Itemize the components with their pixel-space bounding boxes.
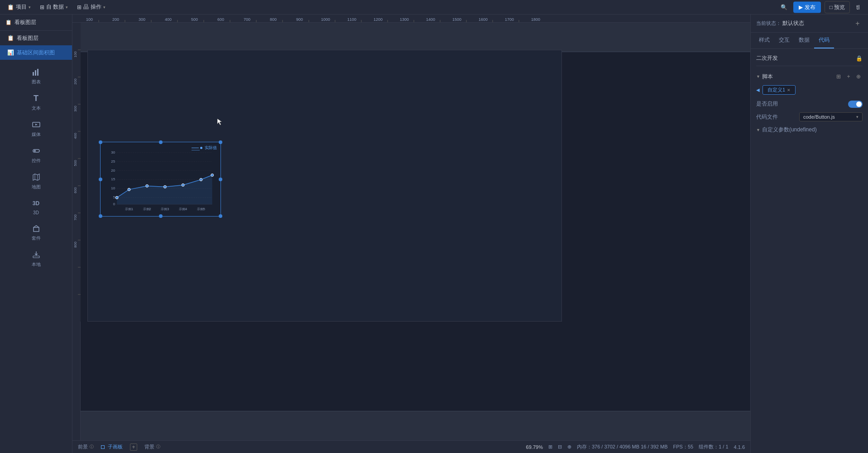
script-section-actions: ⊞ + ⊕ — [834, 72, 863, 81]
foreground-info-icon: ⓘ — [90, 444, 94, 450]
tI-button[interactable]: tI — [854, 3, 863, 12]
svg-text:200: 200 — [112, 17, 119, 22]
svg-point-86 — [146, 184, 149, 187]
preview-icon: □ — [830, 4, 833, 10]
preview-button[interactable]: □ 预览 — [825, 1, 850, 13]
menu-arrow-ops: ▾ — [103, 5, 106, 10]
tab-data[interactable]: 数据 — [794, 33, 814, 48]
menu-item-data[interactable]: ⊞ 自 数据 ▾ — [36, 1, 72, 13]
svg-text:0: 0 — [113, 202, 115, 206]
tool-local[interactable]: 本地 — [0, 246, 72, 271]
svg-rect-1 — [35, 70, 36, 76]
svg-text:1800: 1800 — [531, 17, 540, 22]
memory-info: 内存：376 / 3702 / 4096 MB 16 / 392 MB — [577, 443, 668, 450]
canvas-footer-bg — [72, 411, 750, 440]
tool-3d[interactable]: 3D 3D — [0, 195, 72, 219]
custom-settings-row[interactable]: ▼ 自定义参数(undefined) — [756, 126, 863, 134]
script-more-btn[interactable]: ⊕ — [854, 72, 863, 81]
code-file-select[interactable]: code/Button.js ▾ — [799, 112, 863, 121]
menu-arrow-data: ▾ — [66, 5, 68, 10]
child-canvas-label: 子画板 — [108, 443, 123, 450]
svg-point-90 — [211, 174, 214, 177]
package-tool-icon — [31, 223, 41, 233]
tool-media[interactable]: 媒体 — [0, 116, 72, 141]
enabled-toggle[interactable] — [848, 101, 863, 108]
script-section-header: ▼ 脚本 ⊞ + ⊕ — [756, 72, 863, 81]
svg-point-89 — [200, 178, 202, 181]
svg-text:500: 500 — [73, 160, 77, 166]
svg-text:100: 100 — [86, 17, 93, 22]
svg-text:400: 400 — [165, 17, 172, 22]
tool-chart[interactable]: 图表 — [0, 63, 72, 89]
svg-text:300: 300 — [73, 106, 77, 112]
svg-text:示例1: 示例1 — [125, 207, 133, 211]
fps-info: FPS：55 — [673, 443, 693, 450]
panel-header-label: 看板图层 — [14, 19, 36, 26]
svg-text:1300: 1300 — [400, 17, 409, 22]
right-panel-header: 当前状态： 默认状态 + — [751, 14, 868, 33]
script-section: ▼ 脚本 ⊞ + ⊕ ◀ 自定义1 ✕ — [756, 72, 863, 95]
state-info: 当前状态： 默认状态 — [756, 19, 804, 27]
svg-text:800: 800 — [73, 241, 77, 248]
script-copy-btn[interactable]: ⊞ — [834, 72, 843, 81]
svg-text:600: 600 — [217, 17, 224, 22]
control-tool-icon — [31, 146, 41, 156]
state-value: 默认状态 — [782, 20, 804, 26]
foreground-tab[interactable]: 前景 ⓘ — [78, 443, 94, 450]
svg-text:1100: 1100 — [347, 17, 356, 22]
script-collapse-arrow[interactable]: ▼ — [756, 74, 760, 79]
package-tool-label: 套件 — [32, 235, 41, 241]
add-state-button[interactable]: + — [853, 19, 863, 29]
chart-widget[interactable]: —— 实际值 — [100, 142, 221, 217]
search-button[interactable]: 🔍 — [779, 2, 790, 13]
background-tab[interactable]: 背景 ⓘ — [144, 443, 160, 450]
custom-settings-arrow: ▼ — [756, 128, 760, 132]
lock-icon: 🔒 — [856, 55, 863, 62]
canvas-workspace-inner[interactable]: —— 实际值 — [81, 23, 750, 440]
tI-label: tI — [856, 4, 860, 11]
zoom-in-icon[interactable]: ⊕ — [567, 444, 571, 450]
svg-marker-4 — [35, 124, 38, 125]
menu-item-ops[interactable]: ⊞ 品 操作 ▾ — [73, 1, 109, 13]
map-tool-label: 地图 — [32, 184, 41, 190]
svg-text:100: 100 — [73, 51, 77, 58]
svg-text:500: 500 — [191, 17, 198, 22]
3d-tool-label: 3D — [33, 210, 39, 215]
enabled-prop-row: 是否启用 — [756, 100, 863, 108]
tab-interact[interactable]: 交互 — [774, 33, 794, 48]
ruler-left: 100 200 300 400 500 600 700 800 — [72, 23, 81, 440]
tab-code[interactable]: 代码 — [814, 33, 834, 48]
custom-script-tab[interactable]: 自定义1 ✕ — [762, 85, 796, 95]
child-canvas-tab[interactable]: 子画板 — [101, 443, 123, 450]
svg-text:示例4: 示例4 — [179, 207, 187, 211]
svg-text:示例2: 示例2 — [143, 207, 151, 211]
zoom-fit-icon[interactable]: ⊞ — [548, 444, 552, 450]
zoom-out-icon[interactable]: ⊟ — [558, 444, 562, 450]
menu-label-ops: 品 操作 — [83, 3, 101, 11]
svg-text:示例5: 示例5 — [197, 207, 205, 211]
svg-text:900: 900 — [296, 17, 303, 22]
svg-text:600: 600 — [73, 187, 77, 193]
script-tab-close[interactable]: ✕ — [787, 88, 791, 92]
panel-icon: 📋 — [5, 19, 12, 25]
menu-item-project[interactable]: 📋 项目 ▾ — [4, 1, 34, 13]
canvas-content[interactable]: 100 200 300 400 500 600 700 800 — [72, 23, 750, 453]
svg-text:1700: 1700 — [505, 17, 514, 22]
publish-button[interactable]: ▶ 发布 — [793, 1, 821, 13]
tool-package[interactable]: 套件 — [0, 220, 72, 245]
kanban-label: 看板图层 — [17, 34, 38, 42]
code-file-value: code/Button.js — [803, 114, 835, 120]
script-add-btn[interactable]: + — [844, 72, 853, 81]
svg-point-6 — [34, 150, 36, 152]
add-canvas-button[interactable]: + — [130, 443, 137, 451]
sidebar-item-kanban[interactable]: 📋 看板图层 — [0, 31, 72, 45]
tab-style-label: 样式 — [759, 37, 770, 43]
svg-text:1500: 1500 — [452, 17, 461, 22]
tab-interact-label: 交互 — [779, 37, 790, 43]
tool-control[interactable]: 控件 — [0, 142, 72, 168]
tab-style[interactable]: 样式 — [754, 33, 774, 48]
tool-text[interactable]: T 文本 — [0, 90, 72, 115]
custom-script-tab-label: 自定义1 — [767, 87, 785, 93]
tool-map[interactable]: 地图 — [0, 169, 72, 194]
sidebar-item-area-chart[interactable]: 📊 基础区间面积图 — [0, 45, 72, 60]
